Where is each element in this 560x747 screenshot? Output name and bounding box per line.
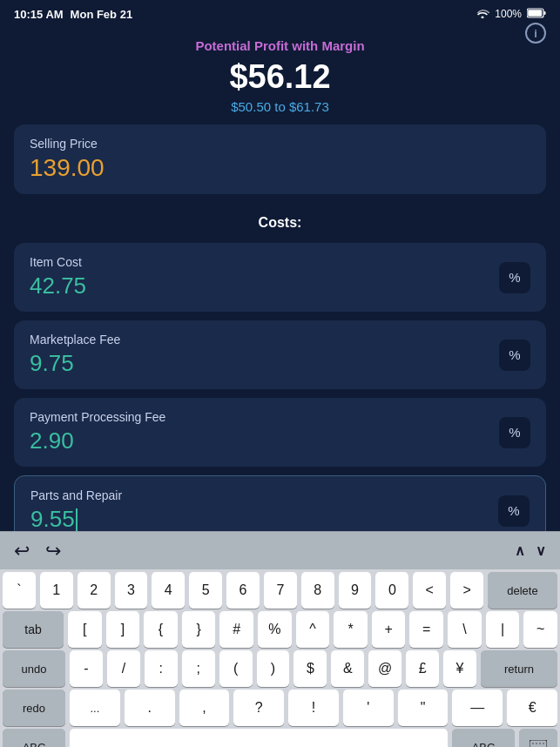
key-1[interactable]: 1 [40, 572, 73, 609]
selling-price-label: Selling Price [30, 137, 530, 151]
key-0[interactable]: 0 [375, 572, 408, 609]
key-quote[interactable]: " [398, 690, 449, 726]
payment-fee-label: Payment Processing Fee [30, 410, 499, 424]
payment-fee-card[interactable]: Payment Processing Fee 2.90 % [14, 398, 546, 467]
potential-profit-label: Potential Profit with Margin [14, 38, 546, 53]
undo-toolbar-button[interactable]: ↩ [14, 540, 30, 562]
parts-repair-left: Parts and Repair 9.55 [30, 488, 498, 533]
key-apostrophe[interactable]: ' [343, 690, 394, 726]
keyboard-dismiss-icon[interactable] [519, 729, 557, 747]
key-redo[interactable]: redo [3, 690, 65, 726]
svg-rect-3 [530, 740, 547, 747]
parts-repair-percent[interactable]: % [498, 495, 530, 527]
key-slash[interactable]: / [107, 650, 140, 687]
payment-fee-percent[interactable]: % [499, 417, 530, 448]
key-asterisk[interactable]: * [334, 611, 368, 648]
key-ellipsis[interactable]: ... [70, 690, 120, 726]
marketplace-fee-card[interactable]: Marketplace Fee 9.75 % [14, 320, 546, 389]
key-5[interactable]: 5 [189, 572, 222, 609]
key-lparen[interactable]: ( [219, 650, 253, 687]
keyboard-toolbar: ↩ ↪ ∧ ∨ [0, 531, 560, 569]
status-right: 100% [476, 8, 546, 21]
prev-field-button[interactable]: ∧ [515, 542, 525, 559]
key-3[interactable]: 3 [115, 572, 148, 609]
payment-fee-left: Payment Processing Fee 2.90 [30, 410, 499, 454]
key-yen[interactable]: ¥ [443, 650, 476, 687]
key-comma[interactable]: , [179, 690, 230, 726]
key-lbracket[interactable]: [ [68, 611, 102, 648]
status-date: Mon Feb 21 [71, 8, 133, 21]
key-4[interactable]: 4 [152, 572, 185, 609]
key-dollar[interactable]: $ [293, 650, 327, 687]
main-content: Potential Profit with Margin $56.12 $50.… [0, 24, 560, 555]
profit-range: $50.50 to $61.73 [14, 99, 546, 114]
key-pipe[interactable]: | [486, 611, 520, 648]
key-question[interactable]: ? [233, 690, 284, 726]
key-space[interactable] [70, 729, 448, 747]
battery-percentage: 100% [495, 8, 522, 20]
key-8[interactable]: 8 [301, 572, 334, 609]
key-tilde[interactable]: ~ [523, 611, 557, 648]
parts-repair-value[interactable]: 9.55 [30, 506, 498, 533]
key-plus[interactable]: + [372, 611, 406, 648]
key-period[interactable]: . [125, 690, 175, 726]
key-lt[interactable]: < [413, 572, 446, 609]
key-emdash[interactable]: — [452, 690, 503, 726]
svg-rect-2 [544, 11, 546, 15]
key-rbrace[interactable]: } [182, 611, 216, 648]
costs-section-label: Costs: [14, 215, 546, 231]
key-abc-right[interactable]: ABC [452, 729, 515, 747]
marketplace-fee-value[interactable]: 9.75 [30, 350, 499, 377]
key-6[interactable]: 6 [226, 572, 260, 609]
key-percent[interactable]: % [258, 611, 292, 648]
key-hash[interactable]: # [219, 611, 253, 648]
marketplace-fee-percent[interactable]: % [499, 340, 530, 371]
redo-toolbar-button[interactable]: ↪ [45, 540, 61, 562]
key-ampersand[interactable]: & [331, 650, 364, 687]
toolbar-left: ↩ ↪ [14, 540, 61, 562]
key-rbracket[interactable]: ] [106, 611, 140, 648]
keyboard-row-3: undo - / : ; ( ) $ & @ £ ¥ return [0, 648, 560, 687]
keyboard-container: ↩ ↪ ∧ ∨ ` 1 2 3 4 5 6 7 8 9 0 < > delete… [0, 531, 560, 747]
item-cost-percent[interactable]: % [499, 262, 530, 293]
key-return[interactable]: return [481, 650, 557, 687]
key-caret[interactable]: ^ [296, 611, 330, 648]
key-7[interactable]: 7 [264, 572, 297, 609]
key-at[interactable]: @ [368, 650, 401, 687]
key-lbrace[interactable]: { [144, 611, 178, 648]
selling-price-value[interactable]: 139.00 [30, 154, 530, 182]
key-tab[interactable]: tab [3, 611, 64, 648]
toolbar-right: ∧ ∨ [515, 542, 546, 559]
key-exclaim[interactable]: ! [288, 690, 339, 726]
key-colon[interactable]: : [145, 650, 178, 687]
item-cost-label: Item Cost [30, 255, 499, 269]
key-abc-left[interactable]: ABC [3, 729, 65, 747]
status-time: 10:15 AM [14, 8, 64, 21]
key-equals[interactable]: = [409, 611, 443, 648]
key-gt[interactable]: > [450, 572, 483, 609]
item-cost-card[interactable]: Item Cost 42.75 % [14, 243, 546, 312]
info-button[interactable]: i [525, 23, 546, 44]
key-delete[interactable]: delete [488, 572, 557, 609]
key-backslash[interactable]: \ [448, 611, 482, 648]
key-rparen[interactable]: ) [257, 650, 290, 687]
selling-price-card[interactable]: Selling Price 139.00 [14, 124, 546, 194]
battery-icon [527, 8, 546, 21]
keyboard-bottom-row: ABC ABC [0, 726, 560, 747]
main-profit-value: $56.12 [14, 58, 546, 96]
next-field-button[interactable]: ∨ [536, 542, 546, 559]
keyboard-row-1: ` 1 2 3 4 5 6 7 8 9 0 < > delete [0, 569, 560, 609]
key-minus[interactable]: - [70, 650, 103, 687]
key-backtick[interactable]: ` [3, 572, 36, 609]
keyboard-row-4: redo ... . , ? ! ' " — € [0, 687, 560, 726]
marketplace-fee-left: Marketplace Fee 9.75 [30, 333, 499, 377]
payment-fee-value[interactable]: 2.90 [30, 427, 499, 454]
key-undo[interactable]: undo [3, 650, 65, 687]
item-cost-left: Item Cost 42.75 [30, 255, 499, 299]
key-pound[interactable]: £ [406, 650, 439, 687]
key-semicolon[interactable]: ; [182, 650, 215, 687]
item-cost-value[interactable]: 42.75 [30, 273, 499, 299]
key-2[interactable]: 2 [78, 572, 111, 609]
key-9[interactable]: 9 [339, 572, 372, 609]
key-euro[interactable]: € [507, 690, 557, 726]
